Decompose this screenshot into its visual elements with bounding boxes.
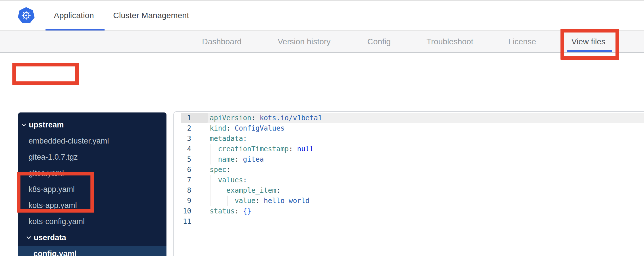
tree-item-label: gitea-1.0.7.tgz	[29, 153, 78, 162]
view-files-page: upstreamembedded-cluster.yamlgitea-1.0.7…	[0, 53, 644, 256]
code-line-6: spec:	[210, 165, 644, 175]
code-line-7: values:	[210, 175, 644, 185]
tree-item-label: userdata	[34, 233, 66, 242]
indent-guide	[211, 175, 211, 185]
tree-file-embedded-cluster-yaml[interactable]: embedded-cluster.yaml	[18, 133, 166, 149]
tree-file-config-yaml[interactable]: config.yaml	[18, 246, 166, 256]
indent-guide	[211, 144, 211, 154]
code-line-4: creationTimestamp: null	[210, 144, 644, 154]
code-line-8: example_item:	[210, 185, 644, 196]
tree-file-gitea-yaml[interactable]: gitea.yaml	[18, 165, 166, 181]
line-number-3: 3	[174, 133, 191, 144]
line-number-6: 6	[174, 165, 191, 175]
code-line-1: apiVersion: kots.io/v1beta1	[210, 113, 644, 123]
line-number-7: 7	[174, 175, 191, 185]
tree-item-label: k8s-app.yaml	[29, 185, 75, 194]
tab-view-files[interactable]: View files	[571, 31, 605, 52]
code-line-10: status: {}	[210, 206, 644, 216]
line-number-9: 9	[174, 196, 191, 206]
tree-item-label: upstream	[29, 121, 64, 129]
line-number-4: 4	[174, 144, 191, 154]
tree-file-k8s-app-yaml[interactable]: k8s-app.yaml	[18, 181, 166, 197]
code-line-2: kind: ConfigValues	[210, 123, 644, 133]
tree-file-gitea-1-0-7-tgz[interactable]: gitea-1.0.7.tgz	[18, 149, 166, 165]
code-line-11	[210, 216, 644, 227]
tab-config[interactable]: Config	[368, 31, 391, 52]
indent-guide	[219, 196, 219, 206]
yaml-file-viewer[interactable]: 1234567891011 apiVersion: kots.io/v1beta…	[173, 111, 644, 256]
tab-troubleshoot[interactable]: Troubleshoot	[427, 31, 473, 52]
line-number-1: 1	[174, 113, 191, 123]
indent-guide	[211, 185, 211, 196]
line-number-gutter: 1234567891011	[174, 113, 191, 227]
tree-item-label: kots-config.yaml	[29, 217, 85, 226]
chevron-down-icon	[26, 236, 31, 239]
code-line-9: value: hello world	[210, 196, 644, 206]
indent-guide	[211, 154, 211, 165]
line-number-5: 5	[174, 154, 191, 165]
app-header: ApplicationCluster Management	[0, 1, 644, 31]
tree-file-kots-config-yaml[interactable]: kots-config.yaml	[18, 213, 166, 230]
indent-guide	[227, 196, 228, 206]
appnav-tab-application[interactable]: Application	[54, 1, 94, 30]
application-tab-active-underline	[46, 29, 105, 30]
tree-item-label: config.yaml	[33, 249, 77, 256]
tree-folder-userdata[interactable]: userdata	[18, 230, 166, 246]
view-files-tab-active-underline	[567, 50, 612, 52]
tree-folder-upstream[interactable]: upstream	[18, 117, 166, 133]
file-tree-sidebar: upstreamembedded-cluster.yamlgitea-1.0.7…	[18, 112, 166, 256]
code-line-5: name: gitea	[210, 154, 644, 165]
line-number-10: 10	[174, 206, 191, 216]
tab-dashboard[interactable]: Dashboard	[202, 31, 242, 52]
line-number-11: 11	[174, 216, 191, 227]
tree-file-kots-app-yaml[interactable]: kots-app.yaml	[18, 197, 166, 213]
code-line-3: metadata:	[210, 133, 644, 144]
app-nav-tabbar: DashboardVersion historyConfigTroublesho…	[0, 31, 644, 53]
line-number-2: 2	[174, 123, 191, 133]
code-content[interactable]: apiVersion: kots.io/v1beta1kind: ConfigV…	[210, 113, 644, 227]
chevron-down-icon	[22, 123, 26, 127]
line-number-8: 8	[174, 185, 191, 196]
indent-guide	[219, 185, 219, 196]
tree-item-label: embedded-cluster.yaml	[29, 137, 109, 146]
tab-version-history[interactable]: Version history	[278, 31, 331, 52]
tree-item-label: kots-app.yaml	[29, 201, 77, 210]
indent-guide	[211, 196, 211, 206]
tree-item-label: gitea.yaml	[29, 169, 64, 178]
kubernetes-logo-icon	[18, 7, 35, 24]
tab-license[interactable]: License	[508, 31, 536, 52]
appnav-tab-cluster-management[interactable]: Cluster Management	[113, 1, 189, 30]
